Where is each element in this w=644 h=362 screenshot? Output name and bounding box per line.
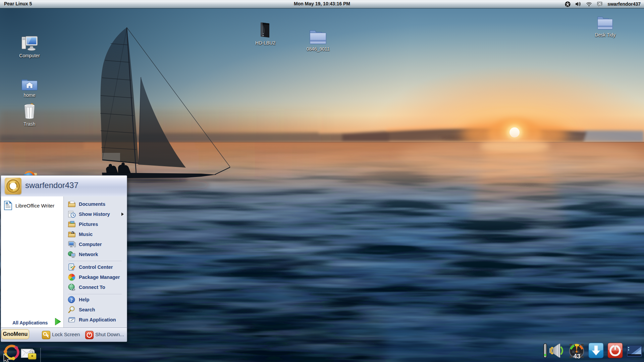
svg-text:?: ? — [70, 297, 73, 303]
svg-text:43: 43 — [573, 353, 580, 359]
